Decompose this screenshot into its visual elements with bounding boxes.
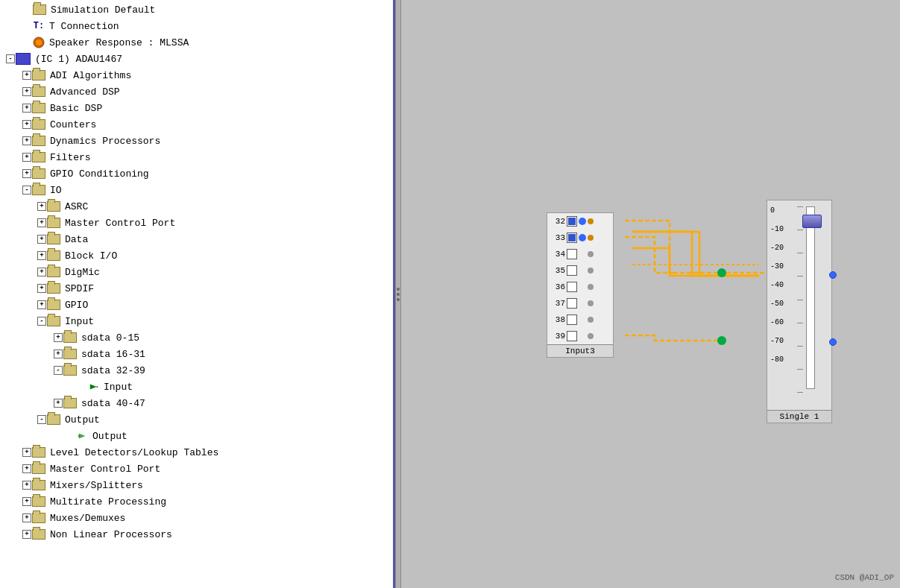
checkbox[interactable] [567, 216, 577, 227]
tree-item-label: (IC 1) ADAU1467 [35, 54, 122, 65]
tree-item-label: sdata 0-15 [81, 332, 139, 344]
checkbox[interactable] [567, 249, 577, 259]
tree-item-output-leaf[interactable]: Output [0, 428, 393, 444]
tree-item-label: Input [104, 382, 133, 393]
tree-item-label: Block I/O [65, 250, 117, 262]
tree-item-label: Mixers/Splitters [50, 480, 143, 491]
expand-btn-non-linear-processors[interactable]: + [22, 530, 31, 539]
tick [797, 392, 803, 393]
panel-divider[interactable] [395, 0, 401, 588]
tree-item-gpio[interactable]: +GPIO [0, 297, 393, 313]
tree-item-block-io[interactable]: +Block I/O [0, 247, 393, 264]
expand-btn-counters[interactable]: + [22, 120, 31, 129]
checkbox[interactable] [567, 233, 577, 243]
expand-btn-sdata-32-39[interactable]: - [54, 366, 63, 375]
expand-btn-data[interactable]: + [37, 235, 46, 244]
tree-item-ic1-adau1467[interactable]: -(IC 1) ADAU1467 [0, 51, 393, 67]
folder-icon [32, 185, 45, 195]
tree-item-spdif[interactable]: +SPDIF [0, 280, 393, 297]
tree-item-sdata-16-31[interactable]: +sdata 16-31 [0, 346, 393, 362]
tree-item-muxes-demuxes[interactable]: +Muxes/Demuxes [0, 510, 393, 526]
right-connector-bottom [829, 338, 837, 346]
checkbox[interactable] [567, 314, 577, 325]
t-connection-icon: T: [33, 20, 45, 32]
tick [797, 253, 803, 253]
tree-item-label: Basic DSP [50, 103, 102, 114]
expand-btn-master-control-port[interactable]: + [37, 218, 46, 227]
tree-item-mixers-splitters[interactable]: +Mixers/Splitters [0, 477, 393, 493]
tree-item-speaker-response[interactable]: Speaker Response : MLSSA [0, 34, 393, 51]
input3-rows: 32 33 34 35 [547, 213, 613, 344]
expand-btn-advanced-dsp[interactable]: + [22, 87, 31, 96]
tree-item-sdata-32-39[interactable]: -sdata 32-39 [0, 362, 393, 379]
expand-btn-gpio-conditioning[interactable]: + [22, 169, 31, 178]
expand-btn-adi-algorithms[interactable]: + [22, 71, 31, 80]
tree-item-io[interactable]: -IO [0, 182, 393, 198]
checkbox[interactable] [567, 331, 577, 341]
tree-item-non-linear-processors[interactable]: +Non Linear Processors [0, 526, 393, 543]
tree-item-input[interactable]: -Input [0, 313, 393, 329]
expand-btn-input[interactable]: - [37, 317, 46, 326]
tree-item-data[interactable]: +Data [0, 231, 393, 247]
scale-label: -60 [770, 318, 784, 326]
expand-btn-mixers-splitters[interactable]: + [22, 481, 31, 490]
folder-icon [32, 168, 45, 179]
tree-item-sdata-0-15[interactable]: +sdata 0-15 [0, 329, 393, 346]
checkbox[interactable] [567, 265, 577, 276]
tree-item-output[interactable]: -Output [0, 411, 393, 428]
expand-btn-filters[interactable]: + [22, 153, 31, 162]
expand-btn-multirate-processing[interactable]: + [22, 497, 31, 506]
tree-item-basic-dsp[interactable]: +Basic DSP [0, 100, 393, 116]
tree-item-multirate-processing[interactable]: +Multirate Processing [0, 493, 393, 510]
divider-dot [397, 288, 400, 291]
tree-item-sdata-40-47[interactable]: +sdata 40-47 [0, 395, 393, 411]
svg-point-8 [717, 336, 726, 345]
tree-item-simulation-default[interactable]: Simulation Default [0, 1, 393, 18]
expand-btn-io[interactable]: - [22, 186, 31, 195]
tree-item-advanced-dsp[interactable]: +Advanced DSP [0, 83, 393, 100]
checkbox[interactable] [567, 298, 577, 309]
tree-item-master-control-port2[interactable]: +Master Control Port [0, 461, 393, 477]
scale-label: -40 [770, 281, 784, 289]
tree-item-dynamics-processors[interactable]: +Dynamics Processors [0, 133, 393, 149]
expand-btn-dynamics-processors[interactable]: + [22, 136, 31, 145]
fader-knob[interactable] [802, 215, 822, 228]
expand-btn-basic-dsp[interactable]: + [22, 104, 31, 113]
tree-item-input-leaf[interactable]: Input [0, 379, 393, 395]
tree-item-level-detectors[interactable]: +Level Detectors/Lookup Tables [0, 444, 393, 461]
checkbox[interactable] [567, 282, 577, 292]
expand-btn-block-io[interactable]: + [37, 251, 46, 260]
right-panel: 32 33 34 35 [401, 0, 900, 588]
folder-icon [32, 480, 45, 490]
tree-item-label: sdata 16-31 [81, 349, 145, 360]
tree-item-counters[interactable]: +Counters [0, 116, 393, 133]
tree-item-filters[interactable]: +Filters [0, 149, 393, 165]
fader-track [806, 206, 815, 389]
tree-item-asrc[interactable]: +ASRC [0, 198, 393, 215]
tree-item-gpio-conditioning[interactable]: +GPIO Conditioning [0, 165, 393, 182]
gray-connector [588, 333, 594, 339]
tree-item-digmic[interactable]: +DigMic [0, 264, 393, 280]
expand-btn-muxes-demuxes[interactable]: + [22, 513, 31, 522]
expand-btn-level-detectors[interactable]: + [22, 448, 31, 457]
single1-footer: Single 1 [767, 410, 831, 423]
expand-btn-asrc[interactable]: + [37, 202, 46, 211]
tree-container: Simulation DefaultT:T ConnectionSpeaker … [0, 0, 393, 544]
expand-btn-sdata-16-31[interactable]: + [54, 350, 63, 358]
tree-item-t-connection[interactable]: T:T Connection [0, 18, 393, 34]
expand-btn-spdif[interactable]: + [37, 284, 46, 293]
expand-btn-sdata-0-15[interactable]: + [54, 333, 63, 342]
expand-btn-digmic[interactable]: + [37, 268, 46, 276]
expand-btn-ic1-adau1467[interactable]: - [6, 54, 15, 63]
expand-btn-output[interactable]: - [37, 415, 46, 424]
canvas-area: 32 33 34 35 [401, 0, 900, 588]
folder-icon [32, 103, 45, 113]
expand-btn-sdata-40-47[interactable]: + [54, 399, 63, 408]
tree-item-adi-algorithms[interactable]: +ADI Algorithms [0, 67, 393, 83]
folder-icon [32, 529, 45, 540]
table-row: 35 [547, 262, 613, 279]
expand-btn-gpio[interactable]: + [37, 300, 46, 309]
expand-btn-master-control-port2[interactable]: + [22, 464, 31, 473]
input-leaf-icon [89, 382, 99, 392]
tree-item-master-control-port[interactable]: +Master Control Port [0, 215, 393, 231]
